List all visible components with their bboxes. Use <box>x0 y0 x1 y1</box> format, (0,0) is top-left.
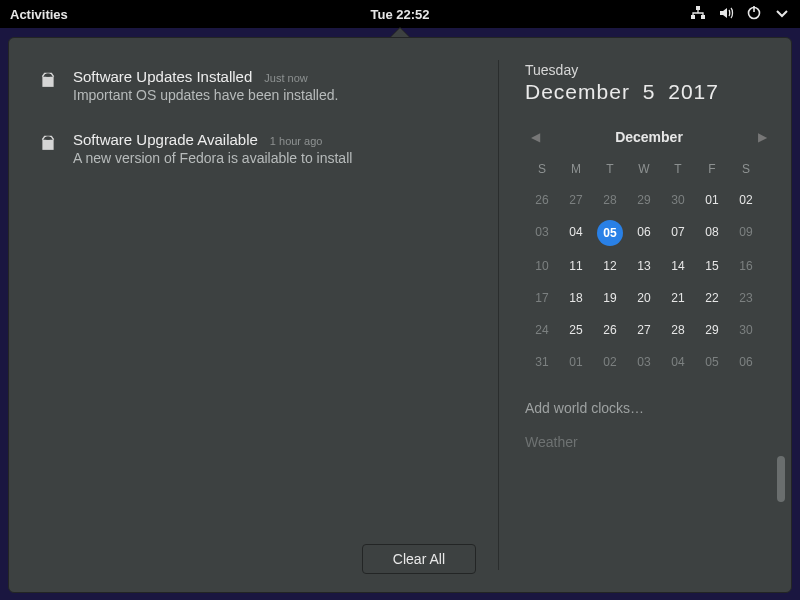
calendar-day[interactable]: 27 <box>559 184 593 216</box>
calendar-dow: F <box>695 154 729 184</box>
calendar-day[interactable]: 19 <box>593 282 627 314</box>
calendar-day[interactable]: 01 <box>559 346 593 378</box>
notification-title: Software Updates Installed <box>73 68 252 85</box>
calendar-month-label: December <box>615 129 683 145</box>
calendar-grid: SMTWTFS262728293001020304050607080910111… <box>525 154 773 378</box>
svg-rect-5 <box>46 73 49 76</box>
package-icon <box>39 131 57 166</box>
calendar-day[interactable]: 24 <box>525 314 559 346</box>
svg-rect-6 <box>46 136 49 139</box>
date-full: December 5 2017 <box>525 80 773 104</box>
calendar-dow: T <box>661 154 695 184</box>
calendar-day[interactable]: 26 <box>593 314 627 346</box>
notification-message: Important OS updates have been installed… <box>73 87 478 103</box>
calendar-day[interactable]: 11 <box>559 250 593 282</box>
calendar-day[interactable]: 23 <box>729 282 763 314</box>
calendar-day[interactable]: 22 <box>695 282 729 314</box>
prev-month-button[interactable]: ◀ <box>527 126 544 148</box>
calendar-day[interactable]: 28 <box>593 184 627 216</box>
volume-icon <box>718 5 734 24</box>
calendar-day[interactable]: 29 <box>695 314 729 346</box>
notification-message: A new version of Fedora is available to … <box>73 150 478 166</box>
activities-button[interactable]: Activities <box>10 7 68 22</box>
calendar-day[interactable]: 06 <box>729 346 763 378</box>
network-icon <box>690 5 706 24</box>
calendar-day[interactable]: 04 <box>559 216 593 250</box>
calendar-day[interactable]: 06 <box>627 216 661 250</box>
world-clocks-link[interactable]: Add world clocks… <box>525 400 773 416</box>
calendar-day[interactable]: 09 <box>729 216 763 250</box>
calendar-day[interactable]: 03 <box>627 346 661 378</box>
calendar-day[interactable]: 02 <box>729 184 763 216</box>
calendar-day[interactable]: 08 <box>695 216 729 250</box>
calendar-day[interactable]: 12 <box>593 250 627 282</box>
svg-rect-2 <box>701 15 705 19</box>
calendar-dow: M <box>559 154 593 184</box>
notification-item[interactable]: Software Upgrade Available1 hour agoA ne… <box>39 131 478 166</box>
calendar-day[interactable]: 31 <box>525 346 559 378</box>
svg-rect-4 <box>753 6 755 12</box>
top-bar: Activities Tue 22:52 <box>0 0 800 28</box>
calendar-dow: W <box>627 154 661 184</box>
calendar-day[interactable]: 29 <box>627 184 661 216</box>
calendar-day[interactable]: 25 <box>559 314 593 346</box>
chevron-down-icon <box>774 5 790 24</box>
calendar-day[interactable]: 01 <box>695 184 729 216</box>
date-weekday: Tuesday <box>525 62 773 78</box>
package-icon <box>39 68 57 103</box>
scrollbar-thumb[interactable] <box>777 456 785 502</box>
calendar-dow: T <box>593 154 627 184</box>
calendar-day[interactable]: 07 <box>661 216 695 250</box>
calendar-dow: S <box>729 154 763 184</box>
calendar-day[interactable]: 05 <box>695 346 729 378</box>
power-icon <box>746 5 762 24</box>
calendar-day[interactable]: 18 <box>559 282 593 314</box>
calendar-day[interactable]: 28 <box>661 314 695 346</box>
notification-item[interactable]: Software Updates InstalledJust nowImport… <box>39 68 478 103</box>
svg-rect-1 <box>691 15 695 19</box>
clock-button[interactable]: Tue 22:52 <box>370 7 429 22</box>
notification-list: Software Updates InstalledJust nowImport… <box>9 38 498 592</box>
svg-rect-0 <box>696 6 700 10</box>
calendar-day[interactable]: 13 <box>627 250 661 282</box>
calendar-day[interactable]: 14 <box>661 250 695 282</box>
calendar-day[interactable]: 10 <box>525 250 559 282</box>
calendar-day[interactable]: 15 <box>695 250 729 282</box>
clear-all-button[interactable]: Clear All <box>362 544 476 574</box>
calendar-day[interactable]: 02 <box>593 346 627 378</box>
calendar-day[interactable]: 16 <box>729 250 763 282</box>
calendar-day[interactable]: 17 <box>525 282 559 314</box>
calendar-dow: S <box>525 154 559 184</box>
notification-title: Software Upgrade Available <box>73 131 258 148</box>
weather-link[interactable]: Weather <box>525 434 773 450</box>
calendar-day[interactable]: 20 <box>627 282 661 314</box>
calendar-day[interactable]: 04 <box>661 346 695 378</box>
status-area[interactable] <box>690 5 790 24</box>
calendar-day[interactable]: 03 <box>525 216 559 250</box>
calendar-panel: Software Updates InstalledJust nowImport… <box>8 37 792 593</box>
calendar-day[interactable]: 26 <box>525 184 559 216</box>
calendar-day[interactable]: 21 <box>661 282 695 314</box>
calendar-day[interactable]: 30 <box>729 314 763 346</box>
calendar-day[interactable]: 30 <box>661 184 695 216</box>
next-month-button[interactable]: ▶ <box>754 126 771 148</box>
calendar-day-today[interactable]: 05 <box>597 220 623 246</box>
calendar-side: Tuesday December 5 2017 ◀ December ▶ SMT… <box>499 38 791 592</box>
notification-time: 1 hour ago <box>270 135 323 147</box>
notification-time: Just now <box>264 72 307 84</box>
calendar-day[interactable]: 27 <box>627 314 661 346</box>
